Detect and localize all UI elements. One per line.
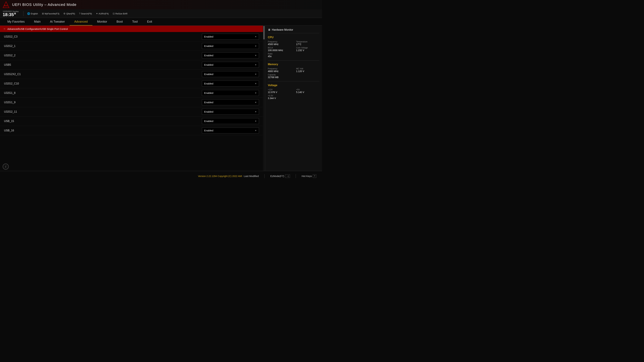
aura-icon: ✦: [96, 12, 98, 15]
footer-right: Last Modified EzMode(F7) →| Hot Keys ?: [242, 173, 318, 179]
setting-control: Enabled▼: [202, 118, 259, 124]
nav-monitor[interactable]: Monitor: [92, 18, 112, 25]
aura-btn[interactable]: ✦ AURA(F4): [94, 11, 110, 15]
volt-33-col: +3.3V 3.344 V: [268, 94, 291, 99]
dropdown-value: Enabled: [204, 129, 213, 132]
resize-icon: ⊡: [113, 12, 115, 15]
voltage-section: Voltage +12V 12.076 V +5V 5.140 V +3.3V …: [268, 84, 319, 99]
dropdown-value: Enabled: [204, 110, 213, 113]
mem-capacity-row: Capacity 32768 MB: [268, 73, 319, 79]
volt-33-row: +3.3V 3.344 V: [268, 94, 319, 99]
ez-mode-btn[interactable]: EzMode(F7) →|: [269, 173, 292, 179]
search-btn[interactable]: ? Search(F9): [77, 11, 94, 15]
footer: Version 2.22.1284 Copyright (C) 2022 AMI…: [0, 171, 322, 181]
cpu-ratio-row: Ratio 45x: [268, 53, 319, 58]
setting-row: USB_15Enabled▼: [0, 116, 263, 126]
fan-icon: ⚙: [64, 12, 66, 15]
setting-row: USB_16Enabled▼: [0, 126, 263, 135]
nav-boot[interactable]: Boot: [112, 18, 128, 25]
chevron-down-icon: ▼: [255, 101, 257, 104]
scrollbar[interactable]: [263, 26, 265, 181]
scroll-thumb[interactable]: [263, 26, 265, 39]
setting-control: Enabled▼: [202, 90, 259, 96]
volt-5-col: +5V 5.140 V: [296, 88, 319, 93]
dropdown-value: Enabled: [204, 35, 213, 38]
dropdown-select[interactable]: Enabled▼: [202, 128, 259, 133]
cpu-temp-col: Temperature 17°C: [296, 40, 319, 45]
setting-control: Enabled▼: [202, 109, 259, 115]
setting-label: U32G2_C3: [4, 35, 202, 38]
language-btn[interactable]: 🌐 English: [26, 11, 40, 15]
cpu-section-title: CPU: [268, 36, 319, 39]
last-modified-btn[interactable]: Last Modified: [242, 174, 260, 178]
setting-label: U32G2_11: [4, 110, 202, 113]
setting-row: U32G2_C3Enabled▼: [0, 32, 263, 41]
dropdown-select[interactable]: Enabled▼: [202, 34, 259, 39]
chevron-down-icon: ▼: [255, 45, 257, 47]
nav-main[interactable]: Main: [29, 18, 45, 25]
memory-section-title: Memory: [268, 63, 319, 66]
content-panel: ← Advanced\USB Configuration\USB Single …: [0, 26, 263, 181]
setting-control: Enabled▼: [202, 43, 259, 49]
dropdown-select[interactable]: Enabled▼: [202, 99, 259, 105]
hot-keys-btn[interactable]: Hot Keys ?: [300, 173, 318, 179]
dropdown-select[interactable]: Enabled▼: [202, 52, 259, 58]
nav-ai-tweaker[interactable]: Ai Tweaker: [45, 18, 70, 25]
dropdown-value: Enabled: [204, 82, 213, 85]
setting-control: Enabled▼: [202, 81, 259, 86]
setting-label: U32G2X2_C1: [4, 73, 202, 76]
setting-control: Enabled▼: [202, 99, 259, 105]
setting-row: USB5Enabled▼: [0, 60, 263, 69]
setting-control: Enabled▼: [202, 128, 259, 133]
dropdown-select[interactable]: Enabled▼: [202, 90, 259, 96]
setting-label: USB_16: [4, 129, 202, 132]
chevron-down-icon: ▼: [255, 73, 257, 75]
back-arrow[interactable]: ←: [3, 27, 6, 30]
dropdown-select[interactable]: Enabled▼: [202, 62, 259, 68]
myfavorite-btn[interactable]: ⊞ MyFavorite(F3): [40, 11, 61, 15]
breadcrumb-path: Advanced\USB Configuration\USB Single Po…: [8, 27, 68, 30]
memory-section: Memory Frequency 4800 MHz MC Volt 1.120 …: [268, 63, 319, 79]
chevron-down-icon: ▼: [255, 129, 257, 132]
hot-keys-icon: ?: [313, 174, 316, 178]
qfan-btn[interactable]: ⚙ Qfan(F6): [62, 11, 77, 15]
main-content: ← Advanced\USB Configuration\USB Single …: [0, 26, 322, 181]
mem-freq-col: Frequency 4800 MHz: [268, 67, 291, 72]
toolbar-divider-1: [23, 11, 24, 16]
setting-row: U32G2_1Enabled▼: [0, 41, 263, 51]
resize-bar-btn[interactable]: ⊡ ReSize BAR: [111, 11, 129, 15]
volt-12-col: +12V 12.076 V: [268, 88, 291, 93]
app-title: UEFI BIOS Utility – Advanced Mode: [12, 2, 76, 7]
breadcrumb: ← Advanced\USB Configuration\USB Single …: [0, 26, 263, 32]
cpu-bclk-row: BCLK 100.0000 MHz Core Voltage 1.232 V: [268, 46, 319, 52]
dropdown-select[interactable]: Enabled▼: [202, 81, 259, 86]
nav-my-favorites[interactable]: My Favorites: [3, 18, 29, 25]
setting-row: U32G2_C10Enabled▼: [0, 79, 263, 88]
cpu-freq-row: Frequency 4500 MHz Temperature 17°C: [268, 40, 319, 45]
dropdown-select[interactable]: Enabled▼: [202, 71, 259, 77]
svg-marker-0: [3, 2, 9, 8]
nav-exit[interactable]: Exit: [142, 18, 157, 25]
hardware-monitor: 🖥 Hardware Monitor CPU Frequency 4500 MH…: [265, 26, 322, 181]
nav-advanced[interactable]: Advanced: [70, 18, 92, 25]
dropdown-value: Enabled: [204, 44, 213, 47]
dropdown-select[interactable]: Enabled▼: [202, 109, 259, 115]
chevron-down-icon: ▼: [255, 64, 257, 66]
dropdown-select[interactable]: Enabled▼: [202, 43, 259, 49]
setting-row: U32G2_11Enabled▼: [0, 107, 263, 116]
dropdown-value: Enabled: [204, 73, 213, 76]
cpu-section: CPU Frequency 4500 MHz Temperature 17°C …: [268, 36, 319, 58]
svg-text:ROG: ROG: [4, 5, 8, 7]
info-button[interactable]: i: [3, 164, 9, 170]
toolbar: 12/25/2022 Sunday 18:35⚙ 🌐 English ⊞ MyF…: [0, 9, 322, 18]
voltage-section-title: Voltage: [268, 84, 319, 87]
chevron-down-icon: ▼: [255, 120, 257, 122]
settings-list: U32G2_C3Enabled▼U32G2_1Enabled▼U32G2_2En…: [0, 32, 263, 181]
setting-label: U32G1_9: [4, 101, 202, 104]
dropdown-select[interactable]: Enabled▼: [202, 118, 259, 124]
setting-label: U32G2_2: [4, 54, 202, 57]
cpu-freq-col: Frequency 4500 MHz: [268, 40, 291, 45]
setting-row: U32G1_9Enabled▼: [0, 98, 263, 107]
nav-tool[interactable]: Tool: [128, 18, 142, 25]
monitor-icon: 🖥: [268, 28, 270, 31]
